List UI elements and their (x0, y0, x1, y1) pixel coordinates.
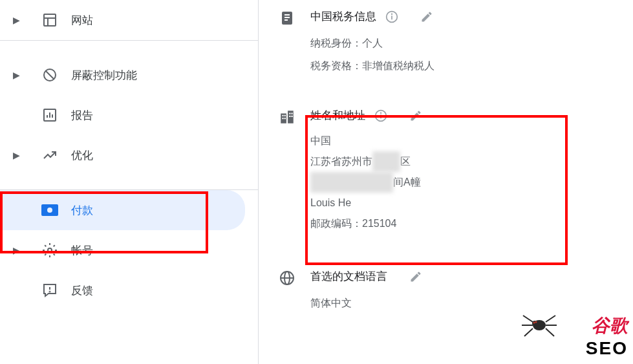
block-icon (41, 67, 58, 83)
svg-rect-0 (44, 14, 56, 26)
sidebar-item-label: 付款 (71, 203, 93, 218)
svg-point-31 (381, 112, 381, 113)
sidebar-item-feedback[interactable]: 反馈 (0, 270, 258, 310)
sidebar-item-account[interactable]: ▶ 帐号 (0, 230, 258, 270)
feedback-icon (41, 282, 58, 299)
svg-rect-25 (289, 113, 290, 114)
svg-point-11 (48, 248, 52, 252)
sidebar-item-label: 反馈 (71, 283, 93, 298)
info-icon[interactable] (374, 109, 387, 122)
optimize-icon (41, 147, 58, 164)
svg-rect-22 (284, 115, 286, 116)
tax-qualification-row: 税务资格：非增值税纳税人 (310, 54, 614, 77)
svg-rect-27 (289, 116, 290, 117)
sidebar-item-website[interactable]: ▶ 网站 (0, 0, 258, 40)
account-icon (41, 242, 58, 259)
chevron-icon: ▶ (13, 245, 28, 255)
sidebar-item-label: 优化 (71, 148, 93, 163)
sidebar-item-reports[interactable]: 报告 (0, 95, 258, 135)
svg-rect-24 (284, 118, 286, 119)
section-title: 姓名和地址 (310, 108, 365, 123)
edit-icon[interactable] (420, 10, 433, 23)
section-title: 首选的文档语言 (310, 269, 387, 284)
sidebar-item-payments[interactable]: 付款 (0, 190, 245, 230)
sidebar-item-label: 报告 (71, 108, 93, 123)
address-block: 中国 江苏省苏州市XXXX区 XXXXXXXXXXXX间A幢 Louis He … (310, 131, 614, 234)
section-name-address: 姓名和地址 中国 江苏省苏州市XXXX区 XXXXXXXXXXXX间A幢 Lou… (278, 99, 614, 243)
info-icon[interactable] (385, 10, 398, 23)
sidebar-item-optimize[interactable]: ▶ 优化 (0, 135, 258, 175)
sidebar-item-blocking[interactable]: ▶ 屏蔽控制功能 (0, 55, 258, 95)
svg-rect-26 (292, 113, 293, 114)
section-language: 首选的文档语言 简体中文 (278, 260, 614, 323)
svg-point-20 (392, 14, 392, 14)
language-value: 简体中文 (310, 292, 614, 314)
svg-point-37 (533, 322, 535, 324)
edit-icon[interactable] (409, 109, 422, 122)
building-icon (278, 108, 296, 126)
chevron-icon: ▶ (13, 150, 28, 160)
spider-graphic (517, 309, 562, 341)
sidebar-item-label: 网站 (71, 13, 93, 28)
section-tax-info: 中国税务信息 纳税身份：个人 税务资格：非增值税纳税人 (278, 0, 614, 86)
document-icon (278, 9, 296, 27)
watermark: 谷歌 SEO (586, 314, 628, 359)
section-title: 中国税务信息 (310, 9, 376, 24)
svg-point-38 (535, 321, 537, 323)
svg-rect-15 (284, 14, 290, 16)
svg-point-10 (47, 208, 52, 213)
edit-icon[interactable] (409, 270, 422, 283)
web-icon (41, 12, 58, 28)
sidebar-item-label: 屏蔽控制功能 (71, 68, 137, 83)
report-icon (41, 107, 58, 123)
svg-rect-16 (284, 17, 290, 18)
svg-rect-23 (282, 118, 283, 119)
svg-rect-28 (292, 116, 293, 117)
svg-rect-21 (282, 115, 283, 116)
svg-line-4 (46, 71, 54, 79)
svg-rect-17 (284, 19, 288, 21)
payment-icon (41, 202, 58, 219)
chevron-icon: ▶ (13, 70, 28, 80)
globe-icon (278, 269, 296, 287)
sidebar-item-label: 帐号 (71, 243, 93, 258)
svg-point-13 (50, 292, 50, 292)
chevron-icon: ▶ (13, 15, 28, 25)
tax-identity-row: 纳税身份：个人 (310, 32, 614, 54)
